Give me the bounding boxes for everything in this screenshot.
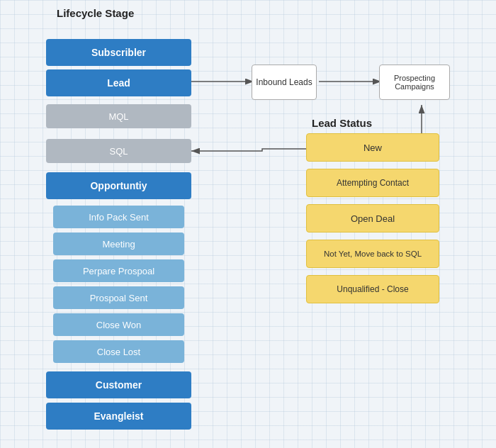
mql-box: MQL [46, 104, 191, 128]
sql-box: SQL [46, 139, 191, 163]
lead-box: Lead [46, 69, 191, 96]
evangelist-box: Evangleist [46, 403, 191, 430]
proposal-sent-box: Prospoal Sent [53, 286, 184, 309]
info-pack-sent-box: Info Pack Sent [53, 206, 184, 228]
unqualified-box: Unqualified - Close [306, 275, 439, 303]
open-deal-box: Open Deal [306, 204, 439, 233]
customer-box: Customer [46, 371, 191, 398]
attempting-contact-box: Attempting Contact [306, 169, 439, 197]
close-won-box: Close Won [53, 313, 184, 336]
opportunity-box: Opportuntiy [46, 172, 191, 199]
prepare-proposal-box: Perpare Prospoal [53, 259, 184, 282]
meeting-box: Meeting [53, 233, 184, 255]
new-box: New [306, 133, 439, 162]
diagram-container: Lifecycle Stage Lead Status Subscribler … [0, 0, 496, 448]
inbound-leads-box: Inbound Leads [252, 65, 317, 100]
not-yet-box: Not Yet, Move back to SQL [306, 240, 439, 268]
close-lost-box: Close Lost [53, 340, 184, 363]
lead-status-title: Lead Status [312, 117, 372, 129]
subscriber-box: Subscribler [46, 39, 191, 66]
main-title: Lifecycle Stage [57, 7, 134, 19]
prospecting-campaigns-box: Prospecting Campaigns [379, 65, 450, 100]
